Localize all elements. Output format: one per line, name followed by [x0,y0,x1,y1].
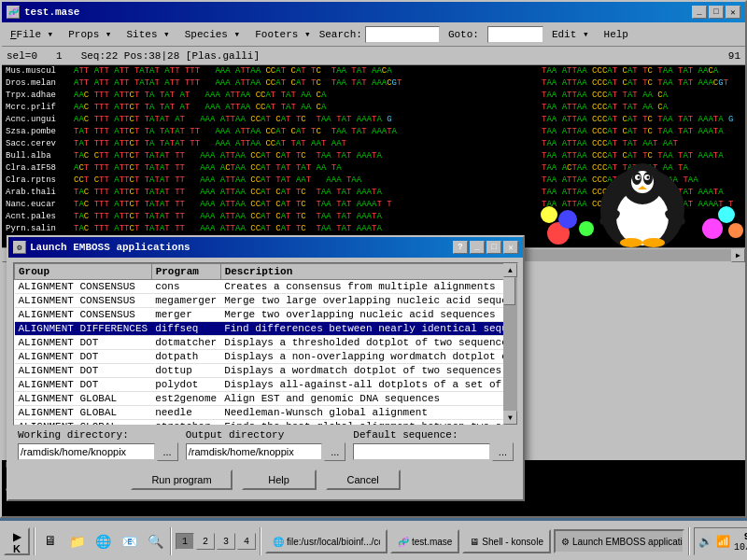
title-bar-left: 🧬 test.mase [7,6,79,19]
app-group: ALIGNMENT CONSENSUS [15,308,152,322]
emboss-dialog: ⚙ Launch EMBOSS applications ? _ □ ✕ Gro… [7,235,525,501]
output-dir-input[interactable] [186,443,323,460]
system-tray: 🔊 📶 9:32 10/21/04 [694,527,747,555]
app-table-row[interactable]: ALIGNMENT GLOBAL needle Needleman-Wunsch… [15,406,518,420]
app-table-row[interactable]: ALIGNMENT DOT dotmatcher Displays a thre… [15,336,518,350]
working-directories: Working directory: ... Output directory … [13,426,518,465]
taskbar-app-emboss[interactable]: ⚙ Launch EMBOSS applications [554,529,684,553]
dialog-cancel-button[interactable]: Cancel [326,469,401,490]
app-description: Displays all-against-all dotplots of a s… [220,378,517,392]
app-description: Creates a consensus from multiple alignm… [220,280,517,294]
app-group: ALIGNMENT CONSENSUS [15,280,152,294]
app-program: stretcher [151,420,220,427]
svg-point-14 [642,238,665,247]
minimize-button[interactable]: _ [692,6,707,19]
app-program: dotmatcher [151,336,220,350]
col-program: Program [151,264,220,280]
table-scroll-thumb[interactable] [503,277,515,305]
status-seq-info: Seq:22 Pos:38|28 [Plas.galli] [81,50,260,62]
app-group: ALIGNMENT DOT [15,350,152,364]
taskbar-icon-4[interactable]: 📧 [118,530,140,553]
maximize-button[interactable]: □ [709,6,724,19]
dialog-help-btn[interactable]: ? [453,241,468,254]
table-scroll-area: Group Program Description ALIGNMENT CONS… [14,263,517,426]
scroll-right-btn[interactable]: ▶ [731,248,745,262]
app-program: merger [151,308,220,322]
taskbar-icon-2[interactable]: 📁 [65,530,88,553]
menu-footers[interactable]: Footers ▾ [248,25,317,43]
main-window: 🧬 test.mase _ □ ✕ FFile ▾ Props ▾ Sites … [0,0,747,518]
taskbar-icon-3[interactable]: 🌐 [92,530,114,553]
svg-point-8 [638,176,641,179]
app-table-row[interactable]: ALIGNMENT CONSENSUS merger Merge two ove… [15,308,518,322]
taskbar-app-shell[interactable]: 🖥 Shell - konsole [462,529,551,553]
taskbar-app-mase-label: test.mase [412,537,452,547]
close-button[interactable]: ✕ [726,6,740,19]
date: 10/21/04 [734,542,747,553]
app-group: ALIGNMENT DOT [15,336,152,350]
table-scroll-up[interactable]: ▲ [503,263,517,277]
app-table-row[interactable]: ALIGNMENT CONSENSUS megamerger Merge two… [15,294,518,308]
app-group: ALIGNMENT CONSENSUS [15,294,152,308]
page-2[interactable]: 2 [196,533,215,550]
search-box: Search: [319,26,440,43]
page-3[interactable]: 3 [217,533,235,550]
clock-display: 9:32 10/21/04 [734,531,747,553]
taskbar-sep-1 [34,527,35,555]
dialog-help-button[interactable]: Help [242,469,317,490]
taskbar-icon-1[interactable]: 🖥 [39,530,62,553]
app-table-row[interactable]: ALIGNMENT DOT dottup Displays a wordmatc… [15,364,518,378]
app-description: Find differences between nearly identica… [220,322,517,336]
dialog-close-btn[interactable]: ✕ [503,241,518,254]
menu-sites[interactable]: Sites ▾ [120,25,176,43]
search-input[interactable] [365,26,440,43]
status-right-num: 91 [728,50,740,62]
app-group: ALIGNMENT DOT [15,378,152,392]
menu-props[interactable]: Props ▾ [62,25,118,43]
app-group: ALIGNMENT DIFFERENCES [15,322,152,336]
table-scrollbar[interactable]: ▲ ▼ [503,263,517,425]
output-dir-browse[interactable]: ... [324,442,345,461]
taskbar-sep-3 [260,527,261,555]
table-scroll-down[interactable]: ▼ [503,411,517,425]
dialog-title-text: Launch EMBOSS applications [30,242,190,253]
svg-point-18 [541,206,557,223]
menu-help[interactable]: Help [598,26,635,43]
page-1[interactable]: 1 [176,533,194,550]
default-seq-section: Default sequence: ... [353,429,514,461]
taskbar-icon-5[interactable]: 🔍 [144,530,166,553]
app-group: ALIGNMENT GLOBAL [15,392,152,406]
app-table-row[interactable]: ALIGNMENT DOT dotpath Displays a non-ove… [15,350,518,364]
app-description: Merge two large overlapping nucleic acid… [220,294,517,308]
menu-file[interactable]: FFile ▾ [4,25,60,43]
app-program: cons [151,280,220,294]
dialog-minimize-btn[interactable]: _ [470,241,485,254]
app-table-row[interactable]: ALIGNMENT GLOBAL stretcher Finds the bes… [15,420,518,427]
goto-input[interactable] [487,26,543,43]
svg-point-16 [558,210,577,229]
menu-species[interactable]: Species ▾ [178,25,247,43]
app-table-row[interactable]: ALIGNMENT DIFFERENCES diffseq Find diffe… [15,322,518,336]
default-seq-browse[interactable]: ... [492,442,514,461]
app-table-row[interactable]: ALIGNMENT DOT polydot Displays all-again… [15,378,518,392]
app-table-row[interactable]: ALIGNMENT CONSENSUS cons Creates a conse… [15,280,518,294]
page-4[interactable]: 4 [237,533,256,550]
svg-point-21 [728,223,743,238]
default-seq-input[interactable] [353,443,490,460]
start-button[interactable]: ▶ K [4,527,30,555]
app-description: Needleman-Wunsch global alignment [220,406,517,420]
run-program-button[interactable]: Run program [131,469,232,490]
output-dir-row: ... [186,442,346,461]
dialog-maximize-btn[interactable]: □ [486,241,501,254]
taskbar-app-file[interactable]: 🌐 file:/usr/local/bioinf.../coffee... [265,529,388,553]
menu-edit[interactable]: Edit ▾ [545,25,596,43]
working-dir-browse[interactable]: ... [157,442,178,461]
tray-icon-2: 📶 [716,535,730,549]
working-dir-input[interactable] [18,443,155,460]
taskbar-app-mase[interactable]: 🧬 test.mase [390,529,459,553]
app-table-row[interactable]: ALIGNMENT GLOBAL est2genome Align EST an… [15,392,518,406]
app-table: Group Program Description ALIGNMENT CONS… [14,263,517,426]
svg-point-17 [579,221,594,236]
output-dir-label: Output directory [186,429,346,441]
app-description: Finds the best global alignment between … [220,420,517,427]
